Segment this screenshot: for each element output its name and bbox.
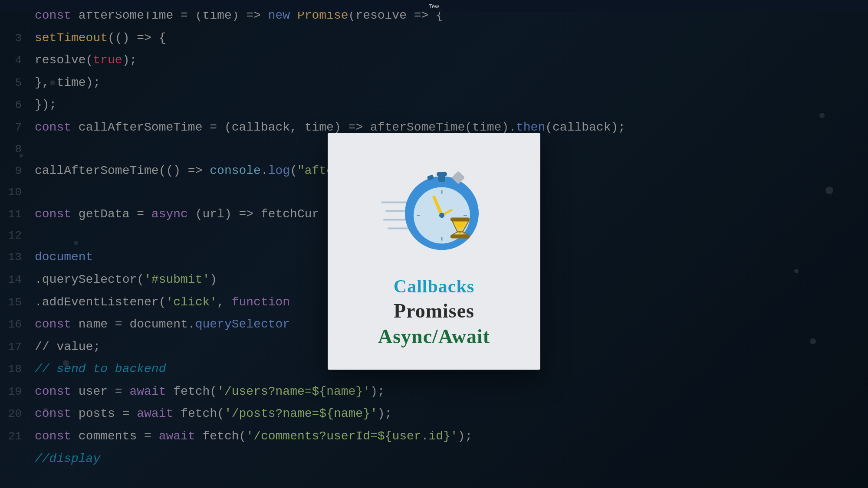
svg-rect-18	[450, 217, 470, 221]
svg-rect-17	[450, 235, 470, 238]
svg-rect-6	[437, 172, 447, 176]
svg-point-16	[439, 213, 444, 218]
modal-title-async: Async/Await	[378, 325, 490, 348]
modal-card: Callbacks Promises Async/Await	[328, 133, 540, 370]
modal-title-promises: Promises	[394, 299, 474, 322]
modal-illustration	[378, 150, 490, 263]
modal-title-callbacks: Callbacks	[394, 276, 474, 297]
top-bar: Tew	[0, 0, 868, 12]
top-bar-tab: Tew	[422, 3, 445, 10]
